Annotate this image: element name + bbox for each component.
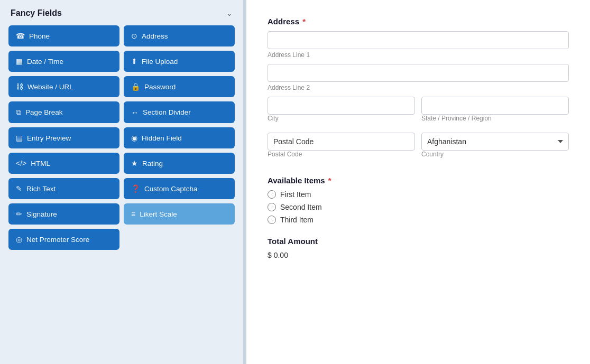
total-amount-label: Total Amount bbox=[268, 237, 569, 246]
divider-icon: ↔ bbox=[131, 108, 139, 117]
left-panel: Fancy Fields ⌄ ☎ Phone ⊙ Address ▦ Date … bbox=[0, 0, 243, 364]
pagebreak-button[interactable]: ⧉ Page Break bbox=[8, 101, 119, 123]
address-icon: ⊙ bbox=[131, 32, 137, 40]
phone-icon: ☎ bbox=[16, 32, 25, 40]
fileupload-button[interactable]: ⬆ File Upload bbox=[124, 51, 235, 72]
radio-third[interactable] bbox=[268, 216, 276, 224]
fields-grid: ☎ Phone ⊙ Address ▦ Date / Time ⬆ File U… bbox=[8, 25, 235, 250]
postal-country-row: Postal Code Afghanistan Albania Algeria … bbox=[268, 133, 569, 163]
link-icon: ⛓ bbox=[16, 82, 23, 91]
password-button[interactable]: 🔒 Password bbox=[124, 76, 235, 97]
captcha-icon: ❓ bbox=[131, 184, 140, 193]
postal-group: Postal Code bbox=[268, 133, 415, 163]
available-items-label: Available Items * bbox=[268, 176, 569, 185]
signature-icon: ✏ bbox=[16, 210, 22, 218]
calendar-icon: ▦ bbox=[16, 57, 23, 66]
panel-header: Fancy Fields ⌄ bbox=[8, 8, 235, 18]
radio-first[interactable] bbox=[268, 190, 276, 199]
entrypreview-button[interactable]: ▤ Entry Preview bbox=[8, 127, 119, 148]
city-state-row: City State / Province / Region bbox=[268, 97, 569, 127]
netpromoter-button[interactable]: ◎ Net Promoter Score bbox=[8, 229, 119, 250]
hiddenfield-button[interactable]: ◉ Hidden Field bbox=[124, 127, 235, 148]
state-input[interactable] bbox=[421, 97, 569, 115]
country-select[interactable]: Afghanistan Albania Algeria United State… bbox=[421, 133, 569, 151]
city-input[interactable] bbox=[268, 97, 415, 115]
signature-button[interactable]: ✏ Signature bbox=[8, 203, 119, 225]
city-sublabel: City bbox=[268, 115, 415, 122]
address-line1-input[interactable] bbox=[268, 31, 569, 49]
preview-icon: ▤ bbox=[16, 134, 23, 142]
richtext-icon: ✎ bbox=[16, 184, 22, 193]
pagebreak-icon: ⧉ bbox=[16, 108, 21, 117]
postal-input[interactable] bbox=[268, 133, 415, 151]
radio-group: First Item Second Item Third Item bbox=[268, 190, 569, 224]
phone-button[interactable]: ☎ Phone bbox=[8, 25, 119, 46]
html-icon: </> bbox=[16, 159, 26, 167]
radio-item-third[interactable]: Third Item bbox=[268, 216, 569, 224]
state-sublabel: State / Province / Region bbox=[421, 115, 569, 122]
star-icon: ★ bbox=[131, 159, 138, 167]
address-button[interactable]: ⊙ Address bbox=[124, 25, 235, 46]
address-line2-sublabel: Address Line 2 bbox=[268, 84, 569, 91]
panel-title: Fancy Fields bbox=[11, 8, 62, 18]
total-amount-value: $ 0.00 bbox=[268, 251, 569, 259]
address-label: Address * bbox=[268, 17, 569, 26]
address-line2-input[interactable] bbox=[268, 64, 569, 82]
websiteurl-button[interactable]: ⛓ Website / URL bbox=[8, 76, 119, 97]
upload-icon: ⬆ bbox=[131, 57, 137, 66]
radio-item-first[interactable]: First Item bbox=[268, 190, 569, 199]
country-group: Afghanistan Albania Algeria United State… bbox=[421, 133, 569, 163]
likert-icon: ≡ bbox=[131, 210, 135, 218]
total-amount-section: Total Amount $ 0.00 bbox=[268, 237, 569, 259]
country-sublabel: Country bbox=[421, 151, 569, 158]
hidden-icon: ◉ bbox=[131, 134, 137, 142]
address-section: Address * Address Line 1 Address Line 2 … bbox=[268, 17, 569, 163]
sectiondivider-button[interactable]: ↔ Section Divider bbox=[124, 101, 235, 123]
netpromoter-icon: ◎ bbox=[16, 235, 22, 244]
radio-second[interactable] bbox=[268, 203, 276, 211]
html-button[interactable]: </> HTML bbox=[8, 153, 119, 174]
chevron-down-icon[interactable]: ⌄ bbox=[226, 9, 233, 17]
richtext-button[interactable]: ✎ Rich Text bbox=[8, 178, 119, 199]
customcaptcha-button[interactable]: ❓ Custom Captcha bbox=[124, 178, 235, 199]
rating-button[interactable]: ★ Rating bbox=[124, 153, 235, 174]
datetime-button[interactable]: ▦ Date / Time bbox=[8, 51, 119, 72]
city-group: City bbox=[268, 97, 415, 127]
available-items-section: Available Items * First Item Second Item… bbox=[268, 176, 569, 224]
right-panel: Address * Address Line 1 Address Line 2 … bbox=[246, 0, 590, 364]
likertscale-button[interactable]: ≡ Likert Scale bbox=[124, 203, 235, 225]
state-group: State / Province / Region bbox=[421, 97, 569, 127]
address-line1-sublabel: Address Line 1 bbox=[268, 51, 569, 59]
radio-item-second[interactable]: Second Item bbox=[268, 203, 569, 211]
lock-icon: 🔒 bbox=[131, 82, 140, 91]
postal-sublabel: Postal Code bbox=[268, 151, 415, 158]
